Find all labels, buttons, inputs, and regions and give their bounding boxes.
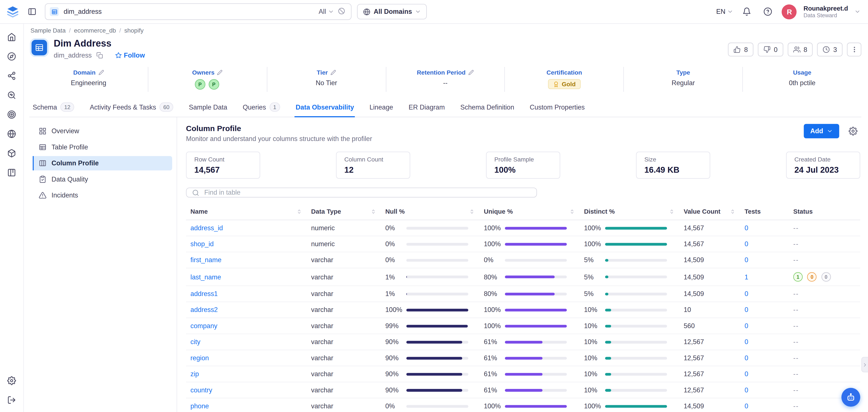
tab-er-diagram[interactable]: ER Diagram bbox=[407, 98, 446, 117]
domain-value[interactable]: Engineering bbox=[71, 79, 106, 87]
column-name-link[interactable]: address1 bbox=[190, 290, 218, 298]
sort-icon[interactable] bbox=[730, 208, 736, 214]
add-button[interactable]: Add bbox=[804, 124, 839, 138]
menu-item-data-quality[interactable]: Data Quality bbox=[33, 172, 172, 187]
tests-count-link[interactable]: 0 bbox=[745, 240, 748, 248]
tests-count-link[interactable]: 0 bbox=[745, 338, 748, 346]
column-name-link[interactable]: shop_id bbox=[190, 240, 214, 248]
column-name-link[interactable]: country bbox=[190, 386, 212, 394]
tab-schema[interactable]: Schema 12 bbox=[31, 98, 75, 117]
domains-dropdown[interactable]: All Domains bbox=[357, 4, 427, 20]
global-search-bar[interactable]: All bbox=[45, 3, 351, 20]
edit-pencil-icon[interactable] bbox=[217, 70, 223, 75]
header-null-pct[interactable]: Null % bbox=[381, 203, 479, 220]
menu-item-label: Table Profile bbox=[52, 144, 88, 151]
sort-icon[interactable] bbox=[669, 208, 675, 214]
assistant-chat-button[interactable] bbox=[841, 388, 860, 407]
tests-count-link[interactable]: 0 bbox=[745, 224, 748, 232]
breadcrumb-link[interactable]: ecommerce_db bbox=[74, 27, 121, 34]
column-name-link[interactable]: company bbox=[190, 322, 217, 330]
tab-queries[interactable]: Queries 1 bbox=[242, 98, 281, 117]
sort-icon[interactable] bbox=[296, 208, 302, 214]
clear-search-icon[interactable] bbox=[338, 7, 346, 16]
follow-button[interactable]: Follow bbox=[115, 52, 145, 59]
tests-count-link[interactable]: 0 bbox=[745, 322, 748, 330]
header-name[interactable]: Name bbox=[186, 203, 307, 220]
profiler-settings-button[interactable] bbox=[846, 124, 860, 138]
sidebar-item-logout[interactable] bbox=[4, 392, 20, 408]
column-name-link[interactable]: first_name bbox=[190, 256, 221, 264]
column-name-link[interactable]: last_name bbox=[190, 273, 221, 281]
language-selector[interactable]: EN bbox=[716, 8, 733, 15]
tab-custom-properties[interactable]: Custom Properties bbox=[529, 98, 586, 117]
null-percent-value: 0% bbox=[385, 224, 406, 232]
breadcrumb-link[interactable]: Sample Data bbox=[30, 27, 70, 34]
column-name-link[interactable]: city bbox=[190, 338, 200, 346]
header-data-type[interactable]: Data Type bbox=[307, 203, 381, 220]
tests-count-link[interactable]: 0 bbox=[745, 402, 748, 410]
tab-lineage[interactable]: Lineage bbox=[368, 98, 394, 117]
sort-icon[interactable] bbox=[370, 208, 376, 214]
owner-avatar[interactable]: P bbox=[209, 79, 219, 90]
column-name-link[interactable]: phone bbox=[190, 402, 209, 410]
sidebar-item-explore[interactable] bbox=[4, 49, 20, 64]
global-search-input[interactable] bbox=[63, 7, 315, 16]
sidebar-item-home[interactable] bbox=[4, 29, 20, 45]
right-panel-expand-handle[interactable] bbox=[861, 357, 868, 372]
menu-item-incidents[interactable]: Incidents bbox=[33, 188, 172, 203]
followers-button[interactable]: 8 bbox=[787, 43, 813, 57]
sort-icon[interactable] bbox=[569, 208, 575, 214]
find-in-table-input[interactable] bbox=[203, 188, 531, 197]
tests-count-link[interactable]: 1 bbox=[745, 273, 748, 281]
upvote-button[interactable]: 8 bbox=[728, 43, 753, 57]
sidebar-item-lineage[interactable] bbox=[4, 68, 20, 84]
versions-button[interactable]: 3 bbox=[817, 43, 842, 57]
tab-sample-data[interactable]: Sample Data bbox=[188, 98, 228, 117]
tests-count-link[interactable]: 0 bbox=[745, 290, 748, 298]
tests-count-link[interactable]: 0 bbox=[745, 256, 748, 264]
sidebar-item-data-products[interactable] bbox=[4, 146, 20, 161]
tests-count-link[interactable]: 0 bbox=[745, 386, 748, 394]
header-distinct-pct[interactable]: Distinct % bbox=[580, 203, 679, 220]
menu-item-column-profile[interactable]: Column Profile bbox=[33, 156, 172, 170]
edit-pencil-icon[interactable] bbox=[331, 70, 336, 75]
menu-item-overview[interactable]: Overview bbox=[33, 124, 172, 138]
tab-data-observability[interactable]: Data Observability bbox=[294, 98, 355, 117]
sidebar-item-observability[interactable] bbox=[4, 87, 20, 103]
tab-schema-definition[interactable]: Schema Definition bbox=[459, 98, 515, 117]
column-name-link[interactable]: region bbox=[190, 354, 209, 362]
sidebar-toggle-button[interactable] bbox=[25, 4, 39, 19]
header-value-count[interactable]: Value Count bbox=[679, 203, 740, 220]
app-logo[interactable] bbox=[6, 5, 20, 19]
tab-activity-feeds[interactable]: Activity Feeds & Tasks 60 bbox=[89, 98, 175, 117]
sidebar-item-insights[interactable] bbox=[4, 165, 20, 181]
column-name-link[interactable]: address2 bbox=[190, 306, 218, 314]
copy-icon[interactable] bbox=[96, 52, 103, 59]
user-menu-chevron-icon[interactable] bbox=[855, 9, 860, 14]
sidebar-item-settings[interactable] bbox=[4, 373, 20, 388]
header-unique-pct[interactable]: Unique % bbox=[479, 203, 580, 220]
column-name-link[interactable]: zip bbox=[190, 370, 199, 378]
edit-pencil-icon[interactable] bbox=[98, 70, 104, 75]
meta-label: Owners bbox=[192, 69, 215, 76]
globe-icon bbox=[7, 130, 16, 138]
owner-avatar[interactable]: P bbox=[195, 79, 205, 90]
search-scope-dropdown[interactable]: All bbox=[319, 8, 334, 15]
column-name-link[interactable]: address_id bbox=[190, 224, 223, 232]
user-avatar[interactable]: R bbox=[782, 4, 797, 19]
tests-count-link[interactable]: 0 bbox=[745, 354, 748, 362]
edit-pencil-icon[interactable] bbox=[468, 70, 474, 75]
downvote-button[interactable]: 0 bbox=[758, 43, 783, 57]
sidebar-item-incident-manager[interactable] bbox=[4, 107, 20, 122]
sort-icon[interactable] bbox=[469, 208, 475, 214]
tests-count-link[interactable]: 0 bbox=[745, 370, 748, 378]
status-failed-badge: 0 bbox=[822, 272, 831, 282]
breadcrumb-link[interactable]: shopify bbox=[124, 27, 144, 34]
tests-count-link[interactable]: 0 bbox=[745, 306, 748, 314]
find-in-table-search[interactable] bbox=[186, 188, 537, 197]
more-options-button[interactable] bbox=[847, 43, 861, 57]
sidebar-item-domains[interactable] bbox=[4, 126, 20, 141]
help-button[interactable] bbox=[761, 4, 775, 19]
menu-item-table-profile[interactable]: Table Profile bbox=[33, 140, 172, 154]
notifications-button[interactable] bbox=[740, 4, 754, 19]
